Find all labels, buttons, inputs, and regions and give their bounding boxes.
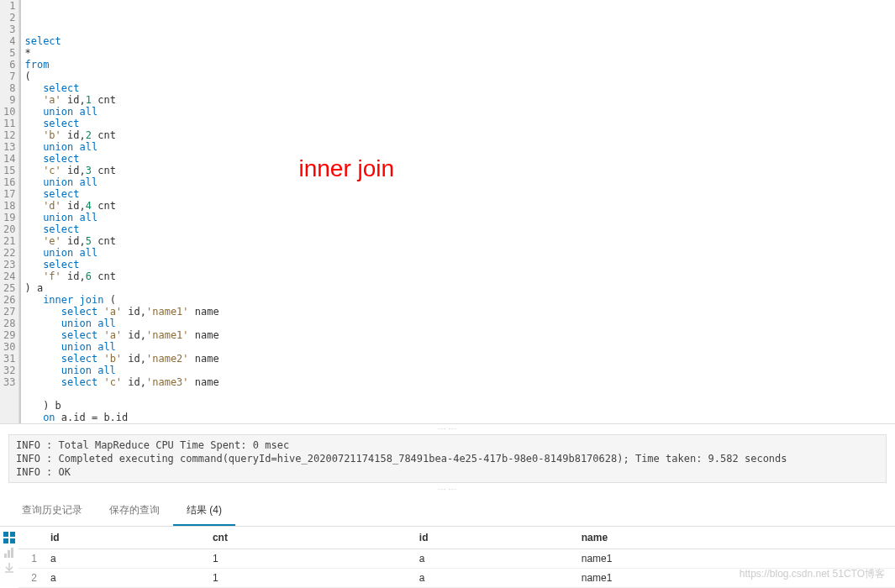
code-line[interactable]: select 'c' id,'name3' name xyxy=(24,376,895,388)
cell: name1 xyxy=(575,549,895,569)
svg-rect-1 xyxy=(10,532,15,537)
code-line[interactable]: 'a' id,1 cnt xyxy=(24,94,895,106)
code-line[interactable]: union all xyxy=(24,365,895,376)
watermark: https://blog.csdn.net 51CTO博客 xyxy=(740,567,885,581)
result-tabs: 查询历史记录 保存的查询 结果 (4) xyxy=(0,496,895,527)
results-toolbar xyxy=(0,527,18,588)
svg-rect-4 xyxy=(4,554,7,558)
svg-rect-6 xyxy=(11,548,13,558)
code-line[interactable]: select 'b' id,'name2' name xyxy=(24,353,895,365)
code-line[interactable]: 'f' id,6 cnt xyxy=(24,270,895,282)
code-line[interactable]: select xyxy=(24,188,895,200)
download-icon[interactable] xyxy=(3,562,15,574)
console-line: INFO : Completed executing command(query… xyxy=(16,452,879,465)
code-line[interactable]: select 'a' id,'name1' name xyxy=(24,306,895,318)
column-header[interactable] xyxy=(18,527,44,549)
code-line[interactable]: 'c' id,3 cnt xyxy=(24,165,895,176)
code-line[interactable]: union all xyxy=(24,106,895,118)
code-line[interactable]: select xyxy=(24,82,895,94)
column-header[interactable]: id xyxy=(44,527,206,549)
annotation-label: inner join xyxy=(298,163,394,175)
code-line[interactable]: 'd' id,4 cnt xyxy=(24,200,895,212)
console-line: INFO : Total MapReduce CPU Time Spent: 0… xyxy=(16,438,879,452)
code-line[interactable]: select xyxy=(24,259,895,270)
code-line[interactable]: ( xyxy=(24,71,895,82)
code-line[interactable]: union all xyxy=(24,212,895,223)
code-line[interactable]: ) b xyxy=(24,400,895,412)
code-line[interactable]: select xyxy=(24,118,895,129)
resize-handle[interactable]: ⋯⋯ xyxy=(0,485,895,493)
tab-saved[interactable]: 保存的查询 xyxy=(96,496,173,526)
code-area[interactable]: inner join select*from( select 'a' id,1 … xyxy=(19,0,895,423)
code-line[interactable]: union all xyxy=(24,341,895,353)
code-line[interactable]: select 'a' id,'name1' name xyxy=(24,329,895,341)
console-line: INFO : OK xyxy=(16,465,879,479)
cell: a xyxy=(413,569,575,588)
code-line[interactable]: select xyxy=(24,153,895,165)
svg-rect-2 xyxy=(3,538,8,543)
column-header[interactable]: id xyxy=(413,527,575,549)
svg-rect-0 xyxy=(3,532,8,537)
line-gutter: 1234567891011121314151617181920212223242… xyxy=(0,0,19,423)
cell: 1 xyxy=(206,549,413,569)
code-line[interactable]: union all xyxy=(24,176,895,188)
code-line[interactable]: ) a xyxy=(24,282,895,294)
column-header[interactable]: name xyxy=(575,527,895,549)
code-line[interactable]: union all xyxy=(24,247,895,259)
code-line[interactable]: inner join ( xyxy=(24,294,895,306)
column-header[interactable]: cnt xyxy=(206,527,413,549)
code-line[interactable] xyxy=(24,388,895,400)
cell: 1 xyxy=(206,569,413,588)
code-line[interactable]: from xyxy=(24,59,895,71)
svg-rect-3 xyxy=(10,538,15,543)
cell: a xyxy=(44,549,206,569)
sql-editor[interactable]: 1234567891011121314151617181920212223242… xyxy=(0,0,895,424)
resize-handle[interactable]: ⋯⋯ xyxy=(0,424,895,433)
console-output: INFO : Total MapReduce CPU Time Spent: 0… xyxy=(8,434,887,483)
cell: a xyxy=(413,549,575,569)
code-line[interactable]: 'e' id,5 cnt xyxy=(24,235,895,247)
grid-icon[interactable] xyxy=(3,532,15,543)
code-line[interactable]: select xyxy=(24,35,895,47)
cell: a xyxy=(44,569,206,588)
code-line[interactable]: on a.id = b.id xyxy=(24,412,895,423)
code-line[interactable]: union all xyxy=(24,141,895,153)
code-line[interactable]: select xyxy=(24,223,895,235)
tab-results[interactable]: 结果 (4) xyxy=(173,496,235,526)
table-row[interactable]: 1a1aname1 xyxy=(18,549,895,569)
code-line[interactable]: 'b' id,2 cnt xyxy=(24,129,895,141)
code-line[interactable]: * xyxy=(24,47,895,59)
code-line[interactable]: union all xyxy=(24,318,895,329)
svg-rect-5 xyxy=(8,550,10,558)
chart-icon[interactable] xyxy=(3,547,15,559)
tab-history[interactable]: 查询历史记录 xyxy=(8,496,96,526)
